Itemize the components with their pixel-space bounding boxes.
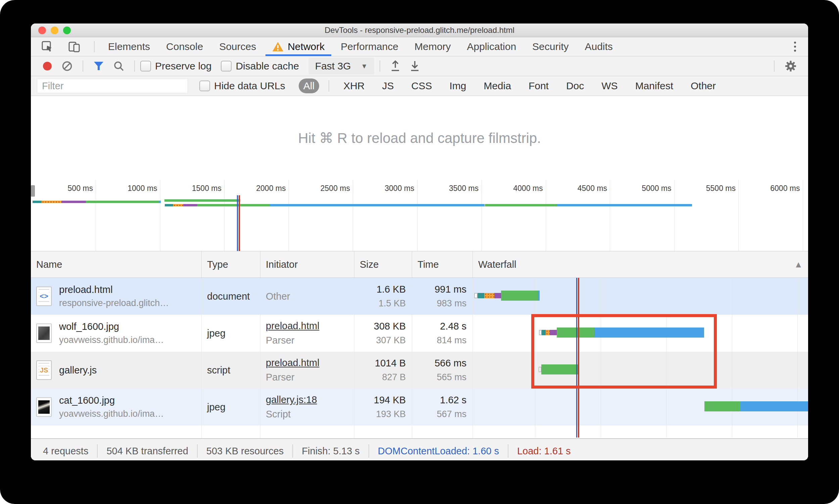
overview-scroll-handle[interactable] <box>31 185 35 197</box>
waterfall-bar-blue-segment <box>538 291 540 301</box>
overview-gridline <box>353 180 353 251</box>
column-header-initiator[interactable]: Initiator <box>261 251 354 277</box>
filmstrip-hint: Hit ⌘ R to reload and capture filmstrip. <box>298 130 541 146</box>
overview-tick-label: 1500 ms <box>168 184 221 193</box>
disable-cache-checkbox[interactable] <box>221 61 232 71</box>
overview-tick-label: 2000 ms <box>232 184 286 193</box>
divider <box>134 60 135 72</box>
tab-elements[interactable]: Elements <box>100 37 158 56</box>
image-thumbnail-wolf <box>36 323 52 343</box>
waterfall-bar-purple-segment <box>494 293 501 298</box>
overview-gridline <box>224 180 225 251</box>
filter-type-ws[interactable]: WS <box>597 78 622 93</box>
chevron-down-icon: ▼ <box>361 62 368 70</box>
column-header-time[interactable]: Time <box>412 251 473 277</box>
filter-type-media[interactable]: Media <box>479 78 516 93</box>
tab-network[interactable]: Network <box>264 37 333 56</box>
initiator-link[interactable]: gallery.js:18 <box>266 394 354 406</box>
column-header-size[interactable]: Size <box>354 251 412 277</box>
waterfall-gridline <box>797 278 798 437</box>
overview-tick-label: 500 ms <box>39 184 93 193</box>
filmstrip-area: Hit ⌘ R to reload and capture filmstrip. <box>31 96 808 180</box>
filter-type-xhr[interactable]: XHR <box>339 78 369 93</box>
waterfall-bar-queue-segment <box>474 293 478 298</box>
tab-memory[interactable]: Memory <box>406 37 459 56</box>
overview-tick-label: 4000 ms <box>489 184 543 193</box>
overview-gridline <box>417 180 417 251</box>
column-header-type[interactable]: Type <box>202 251 261 277</box>
tab-sources[interactable]: Sources <box>211 37 264 56</box>
filter-type-other[interactable]: Other <box>686 78 720 93</box>
filter-type-all[interactable]: All <box>299 78 319 93</box>
device-toolbar-icon[interactable] <box>69 41 81 52</box>
initiator-link[interactable]: preload.html <box>266 321 354 331</box>
overview-tick-label: 4500 ms <box>553 184 607 193</box>
overview-bar-orange-segment <box>173 204 183 206</box>
preserve-log-checkbox[interactable] <box>140 61 151 71</box>
throttling-select[interactable]: Fast 3G ▼ <box>308 58 375 74</box>
filter-type-manifest[interactable]: Manifest <box>630 78 678 93</box>
filter-input[interactable] <box>37 78 188 93</box>
record-button[interactable] <box>43 62 52 70</box>
overview-bar-orange-segment <box>42 201 61 203</box>
tab-application[interactable]: Application <box>459 37 524 56</box>
import-har-icon[interactable] <box>390 60 400 72</box>
divider <box>774 60 774 72</box>
tab-performance[interactable]: Performance <box>333 37 406 56</box>
search-icon[interactable] <box>113 61 124 71</box>
column-header-name[interactable]: Name <box>31 251 202 277</box>
overview-bar-purple-segment <box>61 201 86 203</box>
script-icon: JS <box>36 360 52 380</box>
overview-bar-teal-segment <box>165 204 173 206</box>
overview-gridline <box>610 180 610 251</box>
export-har-icon[interactable] <box>410 60 420 72</box>
network-toolbar: Preserve log Disable cache Fast 3G ▼ <box>31 56 808 76</box>
status-bar: 4 requests 504 KB transferred 503 KB res… <box>31 438 808 461</box>
more-options-icon[interactable] <box>788 42 802 52</box>
tab-console[interactable]: Console <box>158 37 211 56</box>
network-filter-bar: Hide data URLs All XHR JS CSS Img Media … <box>31 76 808 96</box>
overview-bar-green-segment <box>485 204 557 206</box>
waterfall-bar-teal-segment <box>478 293 484 298</box>
document-icon: <> <box>36 287 52 306</box>
divider <box>379 60 380 72</box>
load-marker-line <box>238 195 240 251</box>
title-bar: DevTools - responsive-preload.glitch.me/… <box>31 23 808 37</box>
overview-tick-label: 3500 ms <box>425 184 479 193</box>
overview-gridline <box>546 180 546 251</box>
divider <box>94 41 95 52</box>
overview-bar-green-segment <box>86 201 159 203</box>
network-overview[interactable]: 500 ms1000 ms1500 ms2000 ms2500 ms3000 m… <box>31 180 808 251</box>
screenshot-frame: DevTools - responsive-preload.glitch.me/… <box>0 0 839 504</box>
settings-gear-icon[interactable] <box>785 60 797 72</box>
hide-data-urls-toggle[interactable]: Hide data URLs <box>199 80 285 92</box>
overview-bar-green-segment <box>197 204 270 206</box>
waterfall-bar-green-segment <box>501 291 538 301</box>
tab-audits[interactable]: Audits <box>576 37 621 56</box>
filter-type-doc[interactable]: Doc <box>561 78 589 93</box>
waterfall-bar-orange-segment <box>484 293 494 298</box>
filter-type-font[interactable]: Font <box>524 78 553 93</box>
tab-security[interactable]: Security <box>524 37 576 56</box>
waterfall-gridline <box>732 278 732 437</box>
overview-tick-label: 2500 ms <box>296 184 350 193</box>
load-time: Load: 1.61 s <box>508 444 579 458</box>
preserve-log-toggle[interactable]: Preserve log <box>140 60 211 72</box>
filter-type-img[interactable]: Img <box>445 78 471 93</box>
filter-icon[interactable] <box>93 61 104 71</box>
request-table-body: <> preload.html responsive-preload.glitc… <box>31 278 808 438</box>
filter-type-css[interactable]: CSS <box>406 78 436 93</box>
inspect-element-icon[interactable] <box>42 41 53 52</box>
domcontentloaded-time: DOMContentLoaded: 1.60 s <box>369 444 508 458</box>
sort-ascending-icon[interactable]: ▲ <box>794 259 803 270</box>
panel-tab-bar: Elements Console Sources Network Perform… <box>31 37 808 56</box>
disable-cache-toggle[interactable]: Disable cache <box>221 60 299 72</box>
overview-gridline <box>481 180 482 251</box>
waterfall-column[interactable] <box>473 278 808 437</box>
filter-type-js[interactable]: JS <box>377 78 398 93</box>
clear-icon[interactable] <box>62 61 72 71</box>
hide-data-urls-checkbox[interactable] <box>199 80 210 91</box>
column-header-waterfall[interactable]: Waterfall ▲ <box>473 251 808 277</box>
dcl-marker-line <box>237 195 238 251</box>
initiator-link[interactable]: preload.html <box>266 357 354 368</box>
